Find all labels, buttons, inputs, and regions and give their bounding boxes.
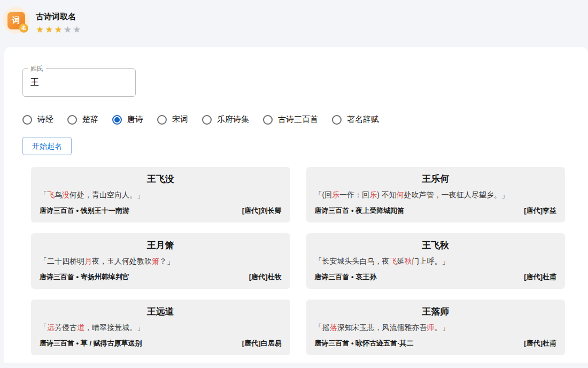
start-naming-button[interactable]: 开始起名 xyxy=(22,137,72,155)
name-result-card[interactable]: 王飞没 「飞鸟没何处，青山空向人。」 唐诗三百首 • 饯别王十一南游 [唐代]刘… xyxy=(31,167,290,223)
card-author: [唐代]杜甫 xyxy=(524,339,556,348)
category-radio-乐府诗集[interactable]: 乐府诗集 xyxy=(202,114,249,125)
radio-dot-icon xyxy=(114,117,120,122)
category-radio-古诗三百首[interactable]: 古诗三百首 xyxy=(263,114,318,125)
card-quote: 「摇落深知宋玉悲，风流儒雅亦吾师。」 xyxy=(315,323,557,333)
category-radio-诗经[interactable]: 诗经 xyxy=(22,114,53,125)
star-icon: ★ xyxy=(73,25,82,35)
radio-icon xyxy=(157,115,167,125)
main-panel: 姓氏 诗经楚辞唐诗宋词乐府诗集古诗三百首著名辞赋 开始起名 王飞没 「飞鸟没何处… xyxy=(4,47,588,363)
name-result-card[interactable]: 王落师 「摇落深知宋玉悲，风流儒雅亦吾师。」 唐诗三百首 • 咏怀古迹五首·其二… xyxy=(306,300,566,355)
surname-field-label: 姓氏 xyxy=(28,64,46,73)
card-footer: 唐诗三百首 • 咏怀古迹五首·其二 [唐代]杜甫 xyxy=(315,339,557,348)
name-result-card[interactable]: 王远道 「远芳侵古道，晴翠接荒城。」 唐诗三百首 • 草 / 赋得古原草送别 [… xyxy=(31,300,290,355)
app-logo-icon: 词 名 xyxy=(3,7,29,34)
card-author: [唐代]刘长卿 xyxy=(242,206,282,216)
star-icon: ★ xyxy=(55,25,64,35)
name-result-card[interactable]: 王月箫 「二十四桥明月夜，玉人何处教吹箫？」 唐诗三百首 • 寄扬州韩绰判官 [… xyxy=(31,233,290,289)
card-name: 王飞秋 xyxy=(315,239,557,251)
card-name: 王落师 xyxy=(315,305,557,318)
radio-icon xyxy=(263,115,273,125)
radio-label: 乐府诗集 xyxy=(217,114,249,125)
radio-label: 古诗三百首 xyxy=(278,114,318,125)
category-radio-唐诗[interactable]: 唐诗 xyxy=(112,114,143,125)
rating-stars: ★★★★★ xyxy=(36,25,82,34)
card-footer: 唐诗三百首 • 夜上受降城闻笛 [唐代]李益 xyxy=(315,206,557,216)
card-quote: 「飞鸟没何处，青山空向人。」 xyxy=(40,190,282,200)
card-quote: 「长安城头头白乌，夜飞延秋门上呼。」 xyxy=(315,256,557,266)
card-name: 王月箫 xyxy=(40,239,282,251)
page-title: 古诗词取名 xyxy=(36,12,82,22)
card-author: [唐代]杜甫 xyxy=(524,272,556,282)
card-author: [唐代]李益 xyxy=(524,206,556,216)
radio-label: 著名辞赋 xyxy=(347,114,379,125)
star-icon: ★ xyxy=(64,25,73,35)
card-source: 唐诗三百首 • 哀王孙 xyxy=(315,272,377,282)
card-footer: 唐诗三百首 • 饯别王十一南游 [唐代]刘长卿 xyxy=(40,206,282,216)
card-source: 唐诗三百首 • 草 / 赋得古原草送别 xyxy=(40,339,142,348)
card-quote: 「远芳侵古道，晴翠接荒城。」 xyxy=(40,323,282,333)
star-icon: ★ xyxy=(45,25,54,35)
name-result-card[interactable]: 王乐何 「(回乐一作：回乐) 不知何处吹芦管，一夜征人尽望乡。」 唐诗三百首 •… xyxy=(306,167,566,223)
header-text: 古诗词取名 ★★★★★ xyxy=(36,7,82,34)
card-name: 王远道 xyxy=(40,305,282,318)
card-footer: 唐诗三百首 • 哀王孙 [唐代]杜甫 xyxy=(315,272,557,282)
category-radio-著名辞赋[interactable]: 著名辞赋 xyxy=(332,114,379,125)
radio-icon xyxy=(22,115,32,125)
name-result-card[interactable]: 王飞秋 「长安城头头白乌，夜飞延秋门上呼。」 唐诗三百首 • 哀王孙 [唐代]杜… xyxy=(306,233,566,289)
radio-icon xyxy=(332,115,342,125)
radio-label: 楚辞 xyxy=(82,114,98,125)
results-grid: 王飞没 「飞鸟没何处，青山空向人。」 唐诗三百首 • 饯别王十一南游 [唐代]刘… xyxy=(31,167,565,355)
radio-selected-icon xyxy=(112,115,122,125)
card-quote: 「(回乐一作：回乐) 不知何处吹芦管，一夜征人尽望乡。」 xyxy=(315,190,557,200)
card-footer: 唐诗三百首 • 寄扬州韩绰判官 [唐代]杜牧 xyxy=(40,272,282,282)
category-radio-group: 诗经楚辞唐诗宋词乐府诗集古诗三百首著名辞赋 xyxy=(22,114,588,125)
radio-label: 诗经 xyxy=(37,114,53,125)
card-name: 王飞没 xyxy=(40,173,282,185)
surname-field: 姓氏 xyxy=(22,68,136,97)
card-author: [唐代]白居易 xyxy=(242,339,282,348)
star-icon: ★ xyxy=(36,25,45,35)
radio-label: 宋词 xyxy=(172,114,188,125)
card-source: 唐诗三百首 • 夜上受降城闻笛 xyxy=(315,206,405,216)
card-name: 王乐何 xyxy=(315,173,557,185)
radio-icon xyxy=(202,115,212,125)
card-footer: 唐诗三百首 • 草 / 赋得古原草送别 [唐代]白居易 xyxy=(40,339,282,348)
radio-label: 唐诗 xyxy=(127,114,143,125)
category-radio-宋词[interactable]: 宋词 xyxy=(157,114,188,125)
app-header: 词 名 古诗词取名 ★★★★★ xyxy=(0,0,588,47)
category-radio-楚辞[interactable]: 楚辞 xyxy=(67,114,98,125)
logo-badge-icon: 名 xyxy=(19,24,28,33)
card-source: 唐诗三百首 • 寄扬州韩绰判官 xyxy=(40,272,129,282)
card-quote: 「二十四桥明月夜，玉人何处教吹箫？」 xyxy=(40,256,282,266)
card-source: 唐诗三百首 • 饯别王十一南游 xyxy=(40,206,129,216)
radio-icon xyxy=(67,115,77,125)
card-source: 唐诗三百首 • 咏怀古迹五首·其二 xyxy=(315,339,414,348)
card-author: [唐代]杜牧 xyxy=(249,272,282,282)
